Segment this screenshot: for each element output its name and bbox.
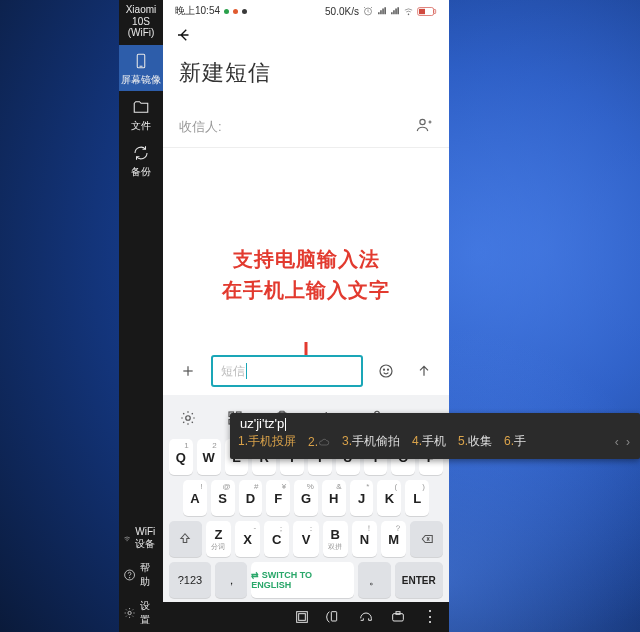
svg-rect-28 [331,612,336,621]
phone-screen: 晚上10:54 50.0K/s 新建短信 收信人 [163,0,449,602]
signal-icon [390,6,400,16]
app-sidebar: Xiaomi 10S (WiFi) 屏幕镜像 文件 备份 WiFi设备 帮助 设… [119,0,163,632]
sidebar-item-mirror[interactable]: 屏幕镜像 [119,45,163,91]
help-label: 帮助 [140,561,159,589]
help-icon [123,568,136,582]
battery-icon [417,6,437,17]
ime-candidate[interactable]: 6.手 [504,433,526,450]
status-dot [233,9,238,14]
signal-icon [377,6,387,16]
folder-icon [131,97,151,117]
message-input[interactable]: 短信 [211,355,363,387]
key-d[interactable]: D# [239,480,263,516]
send-button[interactable] [409,356,439,386]
svg-point-17 [387,369,388,370]
ctrl-audio-icon[interactable] [355,606,377,628]
ime-candidate[interactable]: 1.手机投屏 [238,433,296,450]
ime-page-arrows[interactable]: ‹ › [615,435,632,449]
key-x[interactable]: X- [235,521,260,557]
phone-statusbar: 晚上10:54 50.0K/s [163,0,449,22]
status-time: 晚上10:54 [175,4,220,18]
key-b[interactable]: B双拼 [323,521,348,557]
sidebar-label: 文件 [131,119,151,133]
message-body: 支持电脑输入法 在手机上输入文字 短信 [163,148,449,395]
svg-rect-8 [434,9,436,13]
key-a[interactable]: A! [183,480,207,516]
key-m[interactable]: M？ [381,521,406,557]
device-name: Xiaomi 10S (WiFi) [119,0,163,45]
key-c[interactable]: C； [264,521,289,557]
ctrl-more-button[interactable]: ⋮ [419,606,441,628]
key-backspace[interactable] [410,521,443,557]
key-w[interactable]: W2 [197,439,221,475]
annotation-text: 支持电脑输入法 在手机上输入文字 [163,244,449,306]
back-row [163,22,449,48]
ime-candidate[interactable]: 3.手机偷拍 [342,433,400,450]
sidebar-item-backup[interactable]: 备份 [119,137,163,183]
key-s[interactable]: S@ [211,480,235,516]
sidebar-settings[interactable]: 设置 [119,594,163,632]
svg-point-15 [380,365,392,377]
wifi-icon [123,532,131,546]
text-cursor [246,363,247,379]
sidebar-label: 屏幕镜像 [121,73,161,87]
key-z[interactable]: Z分词 [206,521,231,557]
recipient-row[interactable]: 收信人: [163,106,449,148]
key-g[interactable]: G% [294,480,318,516]
compose-row: 短信 [163,355,449,387]
key-symbols[interactable]: ?123 [169,562,211,598]
key-k[interactable]: K( [377,480,401,516]
key-shift[interactable] [169,521,202,557]
sidebar-wifi-devices[interactable]: WiFi设备 [119,521,163,556]
key-l[interactable]: L) [405,480,429,516]
sidebar-item-files[interactable]: 文件 [119,91,163,137]
key-j[interactable]: J* [350,480,374,516]
wifi-status-icon [403,6,414,17]
refresh-icon [131,143,151,163]
attach-button[interactable] [173,356,203,386]
svg-point-16 [383,369,384,370]
key-period[interactable]: 。 [358,562,390,598]
back-button[interactable] [175,30,193,47]
ctrl-screenshot-icon[interactable] [387,606,409,628]
gear-icon [123,606,136,620]
mirror-controlbar: ⋮ [163,602,449,632]
ime-candidate-bar[interactable]: uz'ji'tz'p 1.手机投屏2.3.手机偷拍4.手机5.收集6.手‹ › [230,413,640,459]
phone-icon [131,51,151,71]
key-v[interactable]: V： [293,521,318,557]
svg-point-18 [186,416,191,421]
key-f[interactable]: F¥ [266,480,290,516]
alarm-icon [362,5,374,17]
status-dot [224,9,229,14]
kbd-settings-icon[interactable] [173,403,203,433]
page-title: 新建短信 [163,48,449,106]
key-n[interactable]: N！ [352,521,377,557]
key-h[interactable]: H& [322,480,346,516]
ime-candidate[interactable]: 2. [308,435,330,449]
ime-composition: uz'ji'tz'p [230,413,640,431]
recipient-label: 收信人: [179,118,222,136]
key-enter[interactable]: ENTER [395,562,443,598]
add-contact-icon[interactable] [415,116,433,137]
key-space[interactable]: ⇄ SWITCH TO ENGLISH [251,562,354,598]
mirror-app-window: Xiaomi 10S (WiFi) 屏幕镜像 文件 备份 WiFi设备 帮助 设… [119,0,449,632]
status-dot [242,9,247,14]
sidebar-label: 备份 [131,165,151,179]
emoji-button[interactable] [371,356,401,386]
phone-column: 晚上10:54 50.0K/s 新建短信 收信人 [163,0,449,632]
wifi-label: WiFi设备 [135,526,159,551]
ime-candidate[interactable]: 5.收集 [458,433,492,450]
input-placeholder: 短信 [221,363,245,380]
ctrl-fullscreen-icon[interactable] [291,606,313,628]
status-netspeed: 50.0K/s [325,6,359,17]
key-q[interactable]: Q1 [169,439,193,475]
key-comma[interactable]: ， [215,562,247,598]
device-name-line1: Xiaomi [119,4,163,16]
svg-rect-0 [137,54,145,68]
settings-label: 设置 [140,599,159,627]
svg-point-10 [420,119,425,124]
sidebar-help[interactable]: 帮助 [119,556,163,594]
ime-candidate[interactable]: 4.手机 [412,433,446,450]
svg-rect-9 [419,8,425,13]
ctrl-rotate-icon[interactable] [323,606,345,628]
